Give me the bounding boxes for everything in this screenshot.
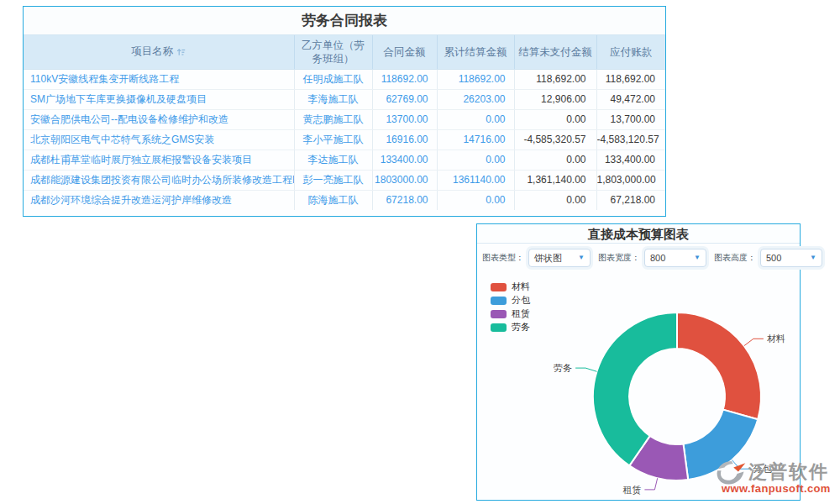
cell-payable: 49,472.00: [596, 89, 665, 109]
chart-width-control: 图表宽度： 800 ▼: [598, 249, 706, 267]
column-header-payable: 应付账款: [596, 35, 665, 69]
cell-contract-amount[interactable]: 118692.00: [372, 69, 437, 89]
cell-contract-amount[interactable]: 67218.00: [372, 190, 437, 210]
fanpu-watermark: 泛普软件 www.fanpusoft.com: [715, 460, 840, 495]
pie-label-line: [644, 478, 657, 490]
cell-payable: 1,803,000.00: [596, 170, 665, 190]
legend-item-subcontract[interactable]: 分包: [491, 296, 530, 305]
cell-settled-amount[interactable]: 0.00: [437, 190, 514, 210]
table-row: 北京朝阳区电气中芯特气系统之GMS安装 李小平施工队 16916.00 1471…: [24, 129, 665, 150]
legend-item-rental[interactable]: 租赁: [491, 309, 530, 318]
cell-payable: -4,583,120.57: [596, 129, 665, 150]
table-row: 成都杜甫草堂临时展厅独立展柜报警设备安装项目 李达施工队 133400.00 0…: [24, 150, 665, 170]
cell-settled-amount[interactable]: 26203.00: [437, 89, 514, 109]
cell-unpaid-amount: 1,361,140.00: [514, 170, 596, 190]
watermark-url-text: www.fanpusoft.com: [722, 482, 840, 495]
chart-width-select[interactable]: 800 ▼: [644, 249, 706, 267]
labor-contract-report-panel: 劳务合同报表 项目名称 乙方单位（劳务班组） 合同金额 累计结算金额 结算未支付…: [23, 6, 666, 217]
cell-contract-amount[interactable]: 16916.00: [372, 129, 437, 150]
cell-settled-amount[interactable]: 1361140.00: [437, 170, 514, 190]
cell-settled-amount[interactable]: 0.00: [437, 109, 514, 129]
chart-type-value: 饼状图: [534, 252, 562, 265]
chart-height-select[interactable]: 500 ▼: [760, 249, 822, 267]
pie-label-line: [575, 368, 596, 371]
pie-label-line: [744, 339, 764, 345]
chart-height-control: 图表高度： 500 ▼: [714, 249, 822, 267]
cell-unpaid-amount: 0.00: [514, 190, 596, 210]
cell-contractor-unit[interactable]: 陈海施工队: [294, 190, 372, 210]
watermark-brand-text: 泛普软件: [748, 460, 829, 484]
cell-project-name[interactable]: 安徽合肥供电公司--配电设备检修维护和改造: [24, 109, 294, 129]
legend-swatch: [491, 310, 507, 318]
chart-height-label: 图表高度：: [714, 252, 756, 264]
cell-unpaid-amount: 12,906.00: [514, 89, 596, 109]
cost-budget-chart-panel: 直接成本预算图表 图表类型： 饼状图 ▼ 图表宽度： 800 ▼: [476, 223, 801, 501]
cell-settled-amount[interactable]: 0.00: [437, 150, 514, 170]
table-row: 成都沙河环境综合提升改造运河护岸维修改造 陈海施工队 67218.00 0.00…: [24, 190, 665, 210]
cell-unpaid-amount: -4,585,320.57: [514, 129, 596, 150]
pie-label: 租赁: [622, 485, 641, 495]
table-header-row: 项目名称 乙方单位（劳务班组） 合同金额 累计结算金额 结算未支付金额 应付账款: [24, 35, 665, 69]
pie-slice-材料[interactable]: [677, 312, 761, 419]
chart-legend: 材料 分包 租赁 劳务: [491, 282, 530, 336]
cell-payable: 118,692.00: [596, 69, 665, 89]
cell-unpaid-amount: 0.00: [514, 150, 596, 170]
cell-contract-amount[interactable]: 133400.00: [372, 150, 437, 170]
cell-contractor-unit[interactable]: 李小平施工队: [294, 129, 372, 150]
cell-contractor-unit[interactable]: 黄志鹏施工队: [294, 109, 372, 129]
cell-contract-amount[interactable]: 1803000.00: [372, 170, 437, 190]
cell-contractor-unit[interactable]: 彭一亮施工队: [294, 170, 372, 190]
column-header-settled-amount: 累计结算金额: [437, 35, 514, 69]
chart-panel-title: 直接成本预算图表: [477, 224, 800, 244]
legend-item-labor[interactable]: 劳务: [491, 323, 530, 332]
chart-width-label: 图表宽度：: [598, 252, 640, 264]
chart-height-value: 500: [766, 253, 781, 263]
chevron-down-icon: ▼: [578, 255, 585, 261]
legend-swatch: [491, 283, 507, 291]
chart-width-value: 800: [650, 253, 665, 263]
cell-contract-amount[interactable]: 13700.00: [372, 109, 437, 129]
chart-type-label: 图表类型：: [482, 252, 524, 264]
pie-label: 材料: [767, 333, 785, 344]
table-row: SM广场地下车库更换摄像机及硬盘项目 李海施工队 62769.00 26203.…: [24, 89, 665, 109]
column-header-contractor-unit: 乙方单位（劳务班组）: [294, 35, 372, 69]
cell-payable: 133,400.00: [596, 150, 665, 170]
cell-project-name[interactable]: SM广场地下车库更换摄像机及硬盘项目: [24, 89, 294, 109]
cell-unpaid-amount: 118,692.00: [514, 69, 596, 89]
legend-swatch: [491, 297, 507, 305]
chart-type-control: 图表类型： 饼状图 ▼: [482, 249, 591, 267]
cell-settled-amount[interactable]: 14716.00: [437, 129, 514, 150]
cell-project-name[interactable]: 成都沙河环境综合提升改造运河护岸维修改造: [24, 190, 294, 210]
page: 劳务合同报表 项目名称 乙方单位（劳务班组） 合同金额 累计结算金额 结算未支付…: [0, 0, 840, 504]
cell-settled-amount[interactable]: 118692.00: [437, 69, 514, 89]
cell-contractor-unit[interactable]: 任明成施工队: [294, 69, 372, 89]
column-header-contract-amount: 合同金额: [372, 35, 437, 69]
legend-swatch: [491, 323, 507, 332]
legend-item-material[interactable]: 材料: [491, 282, 530, 291]
cell-contractor-unit[interactable]: 李达施工队: [294, 150, 372, 170]
column-header-unpaid-amount: 结算未支付金额: [514, 35, 596, 69]
pie-label: 劳务: [554, 363, 572, 373]
table-row: 成都能源建设集团投资有限公司临时办公场所装修改造工程EPC 彭一亮施工队 180…: [24, 170, 665, 190]
cell-project-name[interactable]: 北京朝阳区电气中芯特气系统之GMS安装: [24, 129, 294, 150]
chart-type-select[interactable]: 饼状图 ▼: [528, 249, 591, 267]
table-panel-title: 劳务合同报表: [24, 7, 665, 35]
cell-contract-amount[interactable]: 62769.00: [372, 89, 437, 109]
column-header-project-name[interactable]: 项目名称: [24, 35, 294, 69]
table-row: 安徽合肥供电公司--配电设备检修维护和改造 黄志鹏施工队 13700.00 0.…: [24, 109, 665, 129]
cell-project-name[interactable]: 成都能源建设集团投资有限公司临时办公场所装修改造工程EPC: [24, 170, 294, 190]
chart-controls: 图表类型： 饼状图 ▼ 图表宽度： 800 ▼ 图表高度：: [482, 249, 830, 267]
cell-payable: 67,218.00: [596, 190, 665, 210]
sort-icon[interactable]: [176, 46, 186, 60]
labor-contract-table: 项目名称 乙方单位（劳务班组） 合同金额 累计结算金额 结算未支付金额 应付账款…: [24, 35, 665, 210]
cell-project-name[interactable]: 成都杜甫草堂临时展厅独立展柜报警设备安装项目: [24, 150, 294, 170]
cell-project-name[interactable]: 110kV安徽线程集变开断线路工程: [24, 69, 294, 89]
chevron-down-icon: ▼: [694, 255, 701, 261]
cell-payable: 13,700.00: [596, 109, 665, 129]
cell-unpaid-amount: 0.00: [514, 109, 596, 129]
table-row: 110kV安徽线程集变开断线路工程 任明成施工队 118692.00 11869…: [24, 69, 665, 89]
chevron-down-icon: ▼: [810, 255, 816, 261]
cell-contractor-unit[interactable]: 李海施工队: [294, 89, 372, 109]
